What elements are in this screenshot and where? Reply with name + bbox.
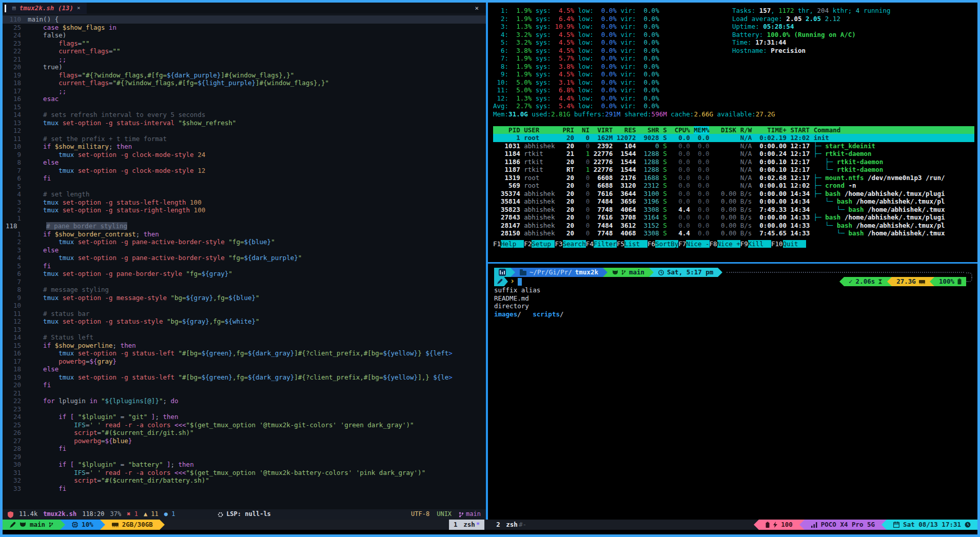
htop-function-keys[interactable]: F1Help F2Setup F3SearchF4FilterF5List F6… bbox=[493, 240, 974, 248]
code-line[interactable]: 24 false) bbox=[3, 31, 486, 39]
code-line[interactable]: 13 tmux set-option -g status-interval "$… bbox=[3, 119, 486, 127]
code-line[interactable]: 7 bbox=[3, 278, 486, 286]
process-row[interactable]: 1186 rtkit 20 0 22776 1544 1288 S 0.0 0.… bbox=[493, 158, 974, 166]
process-row[interactable]: 28147 abhishek 20 0 7484 3612 3152 S 0.0… bbox=[493, 222, 974, 230]
code-line[interactable]: 30 if [ "$lplugin" = "battery" ]; then bbox=[3, 461, 486, 469]
code-line[interactable]: 13 bbox=[3, 326, 486, 334]
code-line[interactable]: 8 # message styling bbox=[3, 286, 486, 294]
code-line[interactable]: 24 if [ "$lplugin" = "git" ]; then bbox=[3, 413, 486, 421]
code-line[interactable]: 29 bbox=[3, 453, 486, 461]
code-line[interactable]: 110main() { bbox=[3, 15, 486, 24]
code-line[interactable]: 7 tmux set-option -g clock-mode-style 12 bbox=[3, 167, 486, 175]
code-line[interactable]: 28 fi bbox=[3, 445, 486, 453]
code-line[interactable]: 33 fi bbox=[3, 485, 486, 493]
editor-pane[interactable]: ▤ tmux2k.sh (13) × × 110main() { 25 case… bbox=[3, 3, 486, 520]
htop-pane[interactable]: 1: 1.9% sys: 4.5% low: 0.0% vir: 0.0% 2:… bbox=[488, 3, 977, 262]
code-line[interactable]: 6 fi bbox=[3, 174, 486, 183]
line-number: 12 bbox=[3, 317, 28, 326]
path-prefix: ~/Pr/Gi/Pr/ bbox=[530, 268, 572, 276]
code-line[interactable]: 3 else bbox=[3, 246, 486, 254]
code-line[interactable]: 6 tmux set-option -g pane-border-style "… bbox=[3, 270, 486, 278]
date-time: Sat 08/13 17:31 bbox=[903, 521, 961, 529]
code-line[interactable]: 14 # Status left bbox=[3, 333, 486, 342]
process-row[interactable]: 1 root 20 0 162M 12072 9028 S 0.0 0.0 N/… bbox=[493, 134, 974, 142]
process-row[interactable]: 27843 abhishek 20 0 7616 3708 3164 S 0.0… bbox=[493, 213, 974, 222]
process-row[interactable]: 569 root 20 0 6688 3120 2312 S 0.0 0.0 N… bbox=[493, 182, 974, 190]
process-row[interactable]: 35814 abhishek 20 0 7484 3656 3196 S 0.0… bbox=[493, 197, 974, 206]
code-line[interactable]: 4 # set length bbox=[3, 190, 486, 198]
code-line[interactable]: 5 bbox=[3, 183, 486, 191]
hourglass-icon bbox=[878, 279, 883, 285]
code-line[interactable]: 15 if $show_powerline; then bbox=[3, 342, 486, 350]
terminal-cursor[interactable] bbox=[518, 278, 522, 286]
code-line[interactable]: 1 bbox=[3, 214, 486, 223]
code-line[interactable]: 10 if $show_military; then bbox=[3, 143, 486, 151]
code-line[interactable]: 12 bbox=[3, 127, 486, 135]
cpu-segment: 10% bbox=[65, 520, 100, 530]
process-row[interactable]: 28150 abhishek 20 0 7748 4068 3308 S 4.4… bbox=[493, 229, 974, 237]
bolt-icon bbox=[773, 522, 777, 528]
editor-tab[interactable]: ▤ tmux2k.sh (13) × bbox=[6, 3, 87, 14]
process-row[interactable]: 1187 rtkit RT 1 22776 1544 1288 S 0.0 0.… bbox=[493, 166, 974, 174]
code-line[interactable]: 20 true) bbox=[3, 63, 486, 71]
fkey-bar[interactable]: F1Help F2Setup F3SearchF4FilterF5List F6… bbox=[493, 240, 974, 248]
code-line[interactable]: 1 if $show_border_contrast; then bbox=[3, 230, 486, 238]
code-line[interactable]: 20 fi bbox=[3, 381, 486, 389]
code-line[interactable]: 17 powerbg=${gray} bbox=[3, 357, 486, 366]
code-line[interactable]: 21 ;; bbox=[3, 55, 486, 64]
code-line[interactable]: 2 tmux set-option -g pane-active-border-… bbox=[3, 238, 486, 246]
code-line[interactable]: 4 tmux set-option -g pane-active-border-… bbox=[3, 254, 486, 262]
process-row[interactable]: 35823 abhishek 20 0 7748 4064 3308 S 4.4… bbox=[493, 206, 974, 214]
process-row[interactable]: 1184 rtkit 21 1 22776 1544 1288 S 0.0 0.… bbox=[493, 150, 974, 158]
code-line[interactable]: 16 tmux set-option -g status-left "#[bg=… bbox=[3, 349, 486, 357]
code-line[interactable]: 2 tmux set-option -g status-right-length… bbox=[3, 206, 486, 214]
code-line[interactable]: 25 IFS=' ' read -r -a colors <<<"$(get_t… bbox=[3, 421, 486, 429]
process-row[interactable]: 1319 root 20 0 6608 2176 1688 S 0.0 0.0 … bbox=[493, 174, 974, 182]
code-line[interactable]: 9 tmux set-option -g clock-mode-style 24 bbox=[3, 151, 486, 159]
lsp-status: LSP: null-ls bbox=[218, 510, 271, 519]
code-line[interactable]: 17 ;; bbox=[3, 87, 486, 95]
shell-pane[interactable]: ~/Pr/Gi/Pr/tmux2k main Sat, 5:17 pm bbox=[488, 264, 977, 520]
code-line[interactable]: 25 case $show_flags in bbox=[3, 24, 486, 32]
process-row[interactable]: PID USER PRI NI VIRT RES SHR S CPU% MEM%… bbox=[493, 126, 974, 134]
code-line[interactable]: 12 tmux set-option -g status-style "bg=$… bbox=[3, 317, 486, 326]
tabbar-close-icon[interactable]: × bbox=[475, 4, 486, 12]
process-row[interactable]: 1031 abhishek 20 0 2392 104 0 S 0.0 0.0 … bbox=[493, 142, 974, 150]
code-line[interactable]: 11 # set the prefix + t time format bbox=[3, 135, 486, 143]
code-line[interactable]: 27 powerbg=${blue} bbox=[3, 437, 486, 445]
code-line[interactable]: 3 tmux set-option -g status-left-length … bbox=[3, 198, 486, 207]
code-line[interactable]: 18 current_flags="#{?window_flags,#[fg=$… bbox=[3, 79, 486, 87]
code-line[interactable]: 19 flags="#{?window_flags,#[fg=${dark_pu… bbox=[3, 71, 486, 79]
code-line[interactable]: 26 script="#($current_dir/git.sh)" bbox=[3, 429, 486, 437]
code-line[interactable]: 11 # status bar bbox=[3, 310, 486, 318]
window-tab-1[interactable]: 1 zsh* bbox=[449, 520, 484, 530]
code-line[interactable]: 21 bbox=[3, 389, 486, 397]
code-line[interactable]: 15 bbox=[3, 103, 486, 111]
code-line[interactable]: 5 fi bbox=[3, 262, 486, 270]
code-line[interactable]: 31 IFS=' ' read -r -a colors <<<"$(get_t… bbox=[3, 469, 486, 477]
code-line[interactable]: 16 esac bbox=[3, 95, 486, 103]
window-tab-2[interactable]: 2 zsh#- bbox=[492, 520, 531, 530]
code-line[interactable]: 118 # pane border styling bbox=[3, 222, 486, 230]
code-line[interactable]: 9 tmux set-option -g message-style "bg=$… bbox=[3, 294, 486, 302]
code-line[interactable]: 10 bbox=[3, 302, 486, 310]
prompt-line-2[interactable]: › ✓ 2.06s 27.3G bbox=[494, 277, 972, 286]
session-segment[interactable]: main bbox=[3, 520, 60, 530]
code-line[interactable]: 32 script="#($current_dir/battery.sh)" bbox=[3, 476, 486, 485]
process-table[interactable]: PID USER PRI NI VIRT RES SHR S CPU% MEM%… bbox=[493, 126, 974, 237]
code-line[interactable]: 8 else bbox=[3, 158, 486, 167]
process-row[interactable]: 35374 abhishek 20 0 7616 3644 3100 S 0.0… bbox=[493, 190, 974, 198]
code-line[interactable]: 18 else bbox=[3, 365, 486, 373]
code-line[interactable]: 19 tmux set-option -g status-left "#[bg=… bbox=[3, 373, 486, 382]
code-buffer[interactable]: 110main() { 25 case $show_flags in 24 fa… bbox=[3, 14, 486, 509]
scroll-percent: 37% bbox=[110, 510, 122, 519]
branch-icon bbox=[459, 511, 464, 518]
spacer bbox=[493, 118, 974, 126]
tab-close-icon[interactable]: × bbox=[77, 4, 81, 12]
code-line[interactable]: 23 flags="" bbox=[3, 39, 486, 48]
code-line[interactable]: 22 for lplugin in "${lplugins[@]}"; do bbox=[3, 397, 486, 405]
code-line[interactable]: 14 # sets refresh interval to every 5 se… bbox=[3, 111, 486, 119]
code-line[interactable]: 23 bbox=[3, 405, 486, 413]
line-number: 21 bbox=[3, 389, 28, 397]
code-line[interactable]: 22 current_flags="" bbox=[3, 47, 486, 55]
